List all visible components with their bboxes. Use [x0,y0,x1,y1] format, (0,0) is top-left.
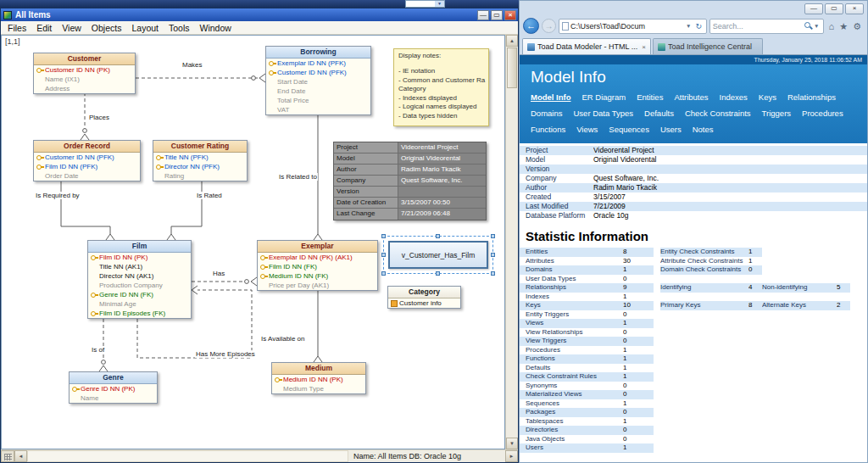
browser-close-button[interactable]: × [845,3,864,14]
selection-handle[interactable] [491,253,495,257]
browser-maximize-button[interactable]: ▭ [825,3,843,14]
forward-button[interactable]: → [542,19,556,33]
entity-customer[interactable]: Customer Customer ID NN (PK)Name (IX1)Ad… [33,53,136,94]
search-box[interactable]: ▼ [709,19,824,34]
nav-link[interactable]: Indexes [720,92,748,102]
entity-medium[interactable]: Medium Medium ID NN (PK)Medium Type [271,362,366,394]
relationship-label-is-rated[interactable]: Is Rated [196,192,223,199]
view-v-customer-has-film[interactable]: v_Customer_Has_Film [383,236,493,274]
entity-film[interactable]: Film Film ID NN (PK)Title NN (AK1)Direct… [87,240,192,319]
tab-close-icon[interactable]: × [642,43,646,51]
view-title[interactable]: v_Customer_Has_Film [388,241,488,269]
chevron-down-icon[interactable]: ▼ [435,1,444,7]
entity-customer-rating[interactable]: Customer Rating Title NN (PFK)Director N… [153,140,248,181]
display-note[interactable]: Display notes: - IE notation- Common and… [393,48,489,126]
designer-titlebar[interactable]: All Items — ▭ × [1,8,518,21]
nav-link[interactable]: Attributes [674,92,708,102]
selection-handle[interactable] [381,234,386,238]
maximize-button[interactable]: ▭ [491,10,503,20]
selection-handle[interactable] [436,234,440,238]
menu-item[interactable]: Objects [86,21,127,35]
relationship-label-makes[interactable]: Makes [181,61,203,69]
relationship-label-places[interactable]: Places [88,114,110,121]
relationship-label-is-of[interactable]: Is of [91,346,105,354]
scroll-right-icon[interactable]: ► [505,450,518,462]
stat-value-2 [748,390,762,399]
scroll-left-icon[interactable]: ◄ [14,450,27,462]
favorites-star-icon[interactable]: ★ [839,19,848,34]
nav-link[interactable]: User Data Types [574,109,634,118]
scrollbar-thumb[interactable] [507,47,517,88]
scroll-down-icon[interactable]: ▼ [506,438,518,449]
nav-link[interactable]: Relationships [787,92,836,102]
selection-handle[interactable] [381,271,386,276]
browser-minimize-button[interactable]: — [804,3,823,14]
search-icon[interactable] [804,21,813,31]
entity-exemplar[interactable]: Exemplar Exemplar ID NN (PK) (AK1)Film I… [257,240,378,291]
minimize-button[interactable]: — [477,10,489,20]
back-button[interactable]: ← [523,18,539,34]
relationship-label-is-required-by[interactable]: Is Required by [35,192,81,199]
address-bar[interactable]: ▼ ↻ [559,19,707,34]
entity-category[interactable]: Category Customer info [387,286,461,309]
nav-link[interactable]: Sequences [609,125,649,134]
relationship-label-is-related-to[interactable]: Is Related to [278,173,318,181]
zoom-dropdown-field[interactable] [406,1,435,7]
diagram-canvas[interactable]: [1,1] Customer Cust [1,35,505,449]
entity-borrowing[interactable]: Borrowing Exemplar ID NN (PFK)Customer I… [265,46,371,115]
relationship-label-has[interactable]: Has [212,270,225,277]
horizontal-scrollbar[interactable] [27,450,348,462]
entity-order-record[interactable]: Order Record Customer ID NN (PFK)Film ID… [33,140,141,181]
nav-link[interactable]: Functions [531,125,565,134]
home-icon[interactable]: ⌂ [829,19,835,34]
nav-link[interactable]: Procedures [802,109,843,118]
browser-titlebar[interactable]: — ▭ × [520,1,867,15]
tab-toad-intelligence-central[interactable]: Toad Intelligence Central [653,38,763,54]
nav-link[interactable]: Views [576,125,598,134]
search-dropdown-icon[interactable]: ▼ [813,23,821,29]
menu-item[interactable]: Edit [31,21,57,35]
detail-row: Author Radim Mario Tkacik [520,183,867,192]
detail-value: 7/21/2009 [593,202,867,211]
nav-link[interactable]: Model Info [531,92,571,102]
nav-link[interactable]: ER Diagram [582,92,626,102]
selection-handle[interactable] [491,271,495,276]
refresh-icon[interactable]: ↻ [694,22,704,31]
nav-link[interactable]: Triggers [762,109,792,118]
nav-link[interactable]: Entities [637,92,663,102]
nav-link[interactable]: Users [660,125,682,134]
tools-gear-icon[interactable]: ⚙ [853,19,861,34]
menu-item[interactable]: View [57,21,86,35]
attribute-row: End Date [266,86,370,96]
grid-button[interactable] [1,450,14,462]
relationship-label-is-available-on[interactable]: Is Available on [260,335,305,343]
menu-item[interactable]: Layout [126,21,164,35]
nav-link[interactable]: Notes [693,125,714,134]
nav-link[interactable]: Check Constraints [685,109,751,118]
stat-label: Keys [520,301,623,310]
back-icon: ← [526,20,536,31]
nav-link[interactable]: Keys [759,92,776,102]
address-input[interactable] [570,22,683,31]
search-input[interactable] [713,22,804,31]
relationship-label-has-more-episodes[interactable]: Has More Episodes [195,350,256,358]
vertical-scrollbar[interactable]: ▲ ▼ [505,35,518,449]
nav-link[interactable]: Domains [531,109,563,118]
menu-item[interactable]: Files [3,21,31,35]
menu-item[interactable]: Window [195,21,236,35]
stat-value-2: 1 [748,257,762,266]
selection-handle[interactable] [381,253,386,257]
selection-handle[interactable] [491,234,495,238]
tab-toad-data-modeler-html[interactable]: Toad Data Modeler - HTML ... × [522,38,651,54]
stat-row: Entities 8 Entity Check Constraints 1 [520,248,867,257]
close-button[interactable]: × [504,10,516,20]
menu-item[interactable]: Tools [164,21,195,35]
nav-link[interactable]: Defaults [644,109,674,118]
screen: ▼ All Items — ▭ × Files Edit View Object… [0,0,868,463]
address-dropdown-icon[interactable]: ▼ [685,23,693,29]
entity-genre[interactable]: Genre Genre ID NN (PK)Name [69,371,158,404]
zoom-dropdown[interactable]: ▼ [405,0,445,8]
scroll-up-icon[interactable]: ▲ [506,35,518,47]
model-info-table[interactable]: Project Videorental Project Model Origin… [333,142,487,220]
selection-handle[interactable] [436,271,440,276]
